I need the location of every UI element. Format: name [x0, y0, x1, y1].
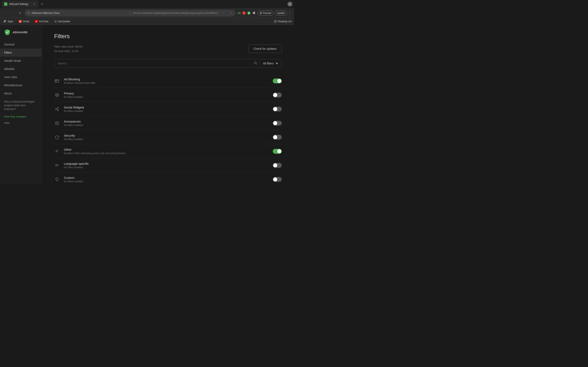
sidebar-item-filters[interactable]: Filters	[0, 49, 42, 57]
reload-button[interactable]: ↻	[17, 10, 23, 16]
forward-button[interactable]: →	[10, 10, 16, 16]
bookmark-youtube[interactable]: YouTube	[34, 19, 50, 24]
back-button[interactable]: ←	[2, 10, 8, 16]
svg-line-30	[56, 109, 58, 110]
filter-info-social: Social Widgets No filters enabled	[64, 106, 269, 113]
svg-text:x: x	[57, 150, 58, 152]
svg-rect-9	[4, 21, 5, 22]
bookmark-gmail[interactable]: G Gmail	[17, 19, 30, 24]
svg-point-26	[58, 108, 59, 108]
svg-rect-4	[260, 12, 261, 13]
filter-info-language: Language-specific No filters enabled	[64, 162, 269, 169]
reading-list-icon	[274, 20, 277, 23]
svg-rect-11	[4, 22, 5, 23]
toggle-ad-blocking[interactable]	[273, 78, 282, 83]
rules-count: Filter rules count: 89154	[54, 44, 82, 49]
tab-favicon	[4, 2, 7, 6]
sidebar-item-misc[interactable]: Miscellaneous	[0, 81, 42, 89]
filter-name-security: Security	[64, 134, 269, 137]
toggle-privacy[interactable]	[273, 92, 282, 98]
bookmark-apps[interactable]: Apps	[2, 19, 14, 24]
profile-icon[interactable]	[287, 2, 292, 7]
adguard-extension-icon[interactable]	[247, 11, 251, 15]
search-icon	[251, 61, 259, 66]
filter-info-privacy: Privacy No filters enabled	[64, 92, 269, 99]
bookmarks-bar: Apps G Gmail YouTube Настройки	[0, 18, 294, 25]
chevron-down-icon: ▼	[276, 62, 278, 65]
svg-rect-6	[4, 20, 5, 21]
other-icon: A x	[54, 149, 60, 154]
content-area: Filters Filter rules count: 89154 23 Jun…	[42, 25, 294, 184]
filter-item-other: A x Other Enabled: Filter unblocking sea…	[54, 145, 282, 158]
sidebar-item-allowlist[interactable]: Allowlist	[0, 65, 42, 73]
sidebar-logo: ADGUARD	[0, 29, 42, 40]
bookmark-star-icon[interactable]: ☆	[230, 11, 233, 15]
bookmark-settings[interactable]: Настройки	[53, 19, 71, 24]
filter-meta-info: Filter rules count: 89154 23 June 2021, …	[54, 44, 82, 53]
red-indicator[interactable]	[242, 11, 246, 15]
toggle-language[interactable]	[273, 163, 282, 168]
svg-point-27	[56, 109, 57, 110]
filter-info-annoyances: Annoyances No filters enabled	[64, 120, 269, 127]
address-bar-actions: GB Paused	[237, 11, 292, 16]
filter-item-custom: Custom No filters enabled	[54, 173, 282, 184]
active-tab[interactable]: AdGuard Settings ✕	[2, 1, 38, 8]
toggle-annoyances[interactable]	[273, 121, 282, 125]
filter-dropdown[interactable]: All filters ▼	[260, 62, 282, 65]
youtube-label: YouTube	[39, 20, 48, 23]
sidebar-item-general[interactable]: General	[0, 40, 42, 49]
gmail-label: Gmail	[23, 20, 29, 23]
filter-name-language: Language-specific	[64, 162, 269, 165]
sidebar-promo-text: Why is AdGuard full-fledged program bett…	[0, 98, 42, 113]
extensions-icon[interactable]	[252, 11, 256, 15]
new-tab-button[interactable]: +	[39, 1, 45, 7]
filter-name-custom: Custom	[64, 176, 269, 179]
update-button[interactable]: Update	[275, 11, 287, 16]
svg-point-28	[58, 110, 59, 111]
toggle-security[interactable]	[273, 135, 282, 140]
gb-extension-icon[interactable]: GB	[237, 11, 241, 15]
toggle-social[interactable]	[273, 107, 282, 111]
sidebar-compare-link[interactable]: How they compare	[0, 113, 42, 120]
adguard-logo-icon	[4, 29, 11, 35]
filter-name-other: Other	[64, 148, 269, 151]
filter-info-ad-blocking: Ad Blocking Enabled: AdGuard Base filter	[64, 77, 269, 84]
page-title: Filters	[54, 33, 282, 40]
paused-button[interactable]: Paused	[258, 11, 274, 16]
filter-desc-custom: No filters enabled	[64, 180, 269, 183]
svg-rect-7	[5, 20, 6, 21]
svg-rect-31	[55, 122, 59, 124]
svg-line-29	[56, 108, 58, 109]
sidebar-logo-text: ADGUARD	[13, 31, 27, 34]
lock-icon	[27, 11, 30, 15]
filter-info-other: Other Enabled: Filter unblocking search …	[64, 148, 269, 155]
security-icon	[54, 134, 60, 140]
toggle-other[interactable]	[273, 149, 282, 154]
filter-desc-other: Enabled: Filter unblocking search ads an…	[64, 152, 269, 155]
filter-name-ad-blocking: Ad Blocking	[64, 77, 269, 81]
sidebar-item-about[interactable]: About	[0, 89, 42, 98]
check-updates-button[interactable]: Check for updates	[248, 44, 282, 53]
gmail-favicon: G	[19, 20, 22, 23]
svg-marker-12	[36, 21, 37, 22]
filter-list: Ad Blocking Enabled: AdGuard Base filter	[54, 74, 282, 184]
search-input[interactable]	[54, 59, 251, 67]
social-icon	[54, 106, 60, 112]
filter-item-privacy: Privacy No filters enabled	[54, 88, 282, 102]
sidebar: ADGUARD General Filters Stealth Mode All…	[0, 25, 42, 184]
sidebar-hide-button[interactable]: Hide	[0, 120, 42, 126]
tab-title: AdGuard Settings	[9, 3, 31, 6]
search-container: All filters ▼	[54, 59, 282, 68]
sidebar-item-user-rules[interactable]: User rules	[0, 73, 42, 81]
tab-close-button[interactable]: ✕	[33, 2, 36, 6]
browser-menu-button[interactable]: ⋮	[288, 11, 292, 15]
url-bar[interactable]: AdGuard AdBlocker (Dev) | chrome-extensi…	[25, 9, 235, 17]
filter-item-social: Social Widgets No filters enabled	[54, 102, 282, 116]
reading-list-button[interactable]: Reading List	[274, 20, 292, 23]
custom-icon	[54, 176, 60, 182]
main-layout: ADGUARD General Filters Stealth Mode All…	[0, 25, 294, 184]
filter-item-language: Language-specific No filters enabled	[54, 159, 282, 172]
sidebar-nav: General Filters Stealth Mode Allowlist U…	[0, 40, 42, 179]
sidebar-item-stealth[interactable]: Stealth Mode	[0, 57, 42, 65]
toggle-custom[interactable]	[273, 177, 282, 182]
